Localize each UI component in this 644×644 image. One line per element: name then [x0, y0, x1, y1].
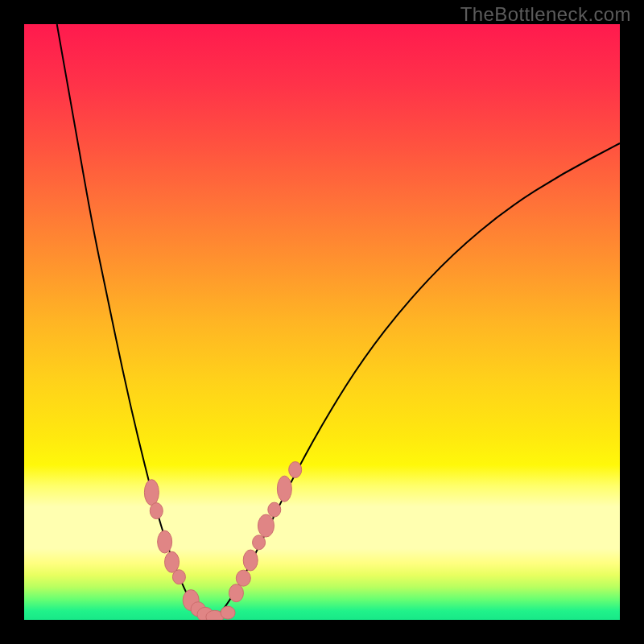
scatter-dot: [258, 514, 274, 537]
scatter-dot: [150, 503, 163, 519]
scatter-dot: [253, 535, 266, 550]
attribution-text: TheBottleneck.com: [460, 3, 631, 26]
scatter-dot: [165, 551, 180, 572]
scatter-dot: [289, 462, 302, 478]
scatter-dot: [277, 476, 291, 502]
bottleneck-curve-plot: [24, 24, 620, 620]
scatter-dot: [268, 502, 281, 517]
scatter-dot: [229, 584, 243, 602]
gradient-background: [24, 24, 620, 620]
scatter-dot: [158, 530, 172, 553]
scatter-dot: [144, 480, 159, 506]
scatter-dot: [221, 606, 235, 619]
scatter-dot: [172, 570, 185, 584]
scatter-dot: [236, 570, 250, 586]
scatter-dot: [243, 550, 258, 571]
